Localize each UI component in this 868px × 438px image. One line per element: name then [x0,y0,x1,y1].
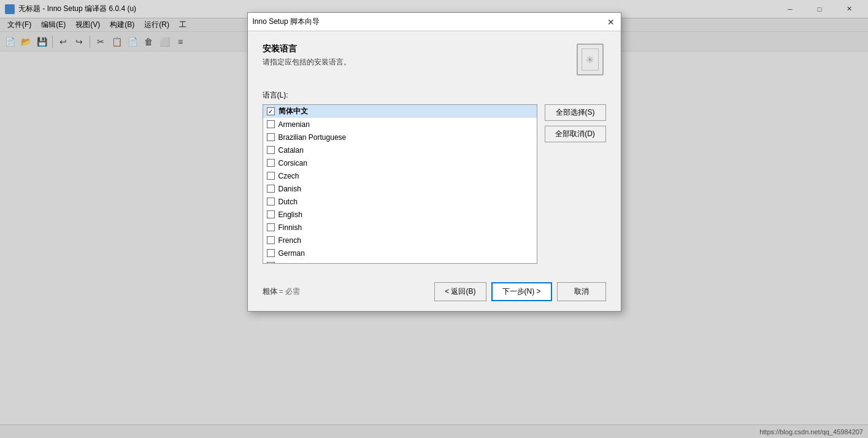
dialog-icon: ✳ [577,44,606,78]
lang-checkbox[interactable] [267,236,275,244]
list-item[interactable]: Finnish [263,221,537,234]
list-item[interactable]: German [263,247,537,259]
lang-name: Armenian [278,120,310,129]
list-item[interactable]: Brazilian Portuguese [263,131,537,144]
back-button[interactable]: < 返回(B) [434,282,486,301]
dialog-titlebar: Inno Setup 脚本向导 ✕ [248,13,621,31]
cancel-button[interactable]: 取消 [557,282,606,301]
dialog-footer: 粗体 = 必需 < 返回(B) 下一步(N) > 取消 [248,276,621,311]
footer-hint: 粗体 = 必需 [263,286,435,297]
list-item[interactable]: Armenian [263,118,537,131]
lang-checkbox[interactable] [267,146,275,154]
lang-name: Czech [278,172,299,180]
dialog-close-button[interactable]: ✕ [606,17,616,27]
dialog-header-text: 安装语言 请指定应包括的安装语言。 [263,44,564,67]
list-item[interactable]: English [263,208,537,221]
modal-overlay: Inno Setup 脚本向导 ✕ 安装语言 请指定应包括的安装语言。 ✳ 语言… [0,0,868,438]
lang-checkbox[interactable] [267,223,275,231]
footer-hint-bold: 粗体 [263,287,277,296]
lang-name: English [278,210,302,219]
dialog-title: Inno Setup 脚本向导 [253,17,606,27]
lang-label: 语言(L): [263,90,606,101]
lang-name: Danish [278,185,301,193]
next-button[interactable]: 下一步(N) > [491,282,552,301]
list-item[interactable]: Hebrew [263,259,537,264]
lang-name: Corsican [278,159,307,167]
lang-name: Hebrew [278,262,304,264]
select-all-button[interactable]: 全部选择(S) [545,104,606,121]
list-item[interactable]: Corsican [263,156,537,169]
list-item[interactable]: French [263,234,537,247]
footer-buttons: < 返回(B) 下一步(N) > 取消 [434,282,605,301]
lang-listbox[interactable]: ✓简体中文ArmenianBrazilian PortugueseCatalan… [263,104,537,264]
book-icon: ✳ [577,44,604,75]
lang-name: German [278,249,305,258]
list-item[interactable]: ✓简体中文 [263,105,537,118]
lang-name: French [278,236,301,245]
lang-checkbox[interactable] [267,262,275,264]
lang-checkbox[interactable] [267,159,275,167]
list-item[interactable]: Catalan [263,144,537,156]
footer-hint-text: = 必需 [279,287,300,296]
lang-name: Catalan [278,146,304,155]
lang-checkbox[interactable] [267,185,275,193]
lang-checkbox[interactable] [267,249,275,257]
lang-checkbox[interactable]: ✓ [267,107,275,115]
star-icon: ✳ [586,54,594,66]
lang-checkbox[interactable] [267,198,275,206]
btn-group-right: 全部选择(S) 全部取消(D) [545,104,606,142]
deselect-all-button[interactable]: 全部取消(D) [545,126,606,142]
dialog-header: 安装语言 请指定应包括的安装语言。 ✳ [263,44,606,78]
lang-checkbox[interactable] [267,172,275,180]
list-item[interactable]: Danish [263,182,537,195]
lang-list-container: ✓简体中文ArmenianBrazilian PortugueseCatalan… [263,104,606,264]
lang-checkbox[interactable] [267,210,275,218]
lang-name: 简体中文 [278,106,308,117]
lang-name: Brazilian Portuguese [278,133,347,142]
list-item[interactable]: Czech [263,169,537,182]
lang-name: Dutch [278,198,298,206]
lang-name: Finnish [278,223,302,232]
dialog-subtitle: 请指定应包括的安装语言。 [263,57,564,67]
lang-checkbox[interactable] [267,133,275,141]
dialog-main-title: 安装语言 [263,44,564,55]
wizard-dialog: Inno Setup 脚本向导 ✕ 安装语言 请指定应包括的安装语言。 ✳ 语言… [247,12,621,312]
list-item[interactable]: Dutch [263,195,537,208]
lang-checkbox[interactable] [267,120,275,128]
dialog-body: 安装语言 请指定应包括的安装语言。 ✳ 语言(L): ✓简体中文Armenian… [248,31,621,276]
